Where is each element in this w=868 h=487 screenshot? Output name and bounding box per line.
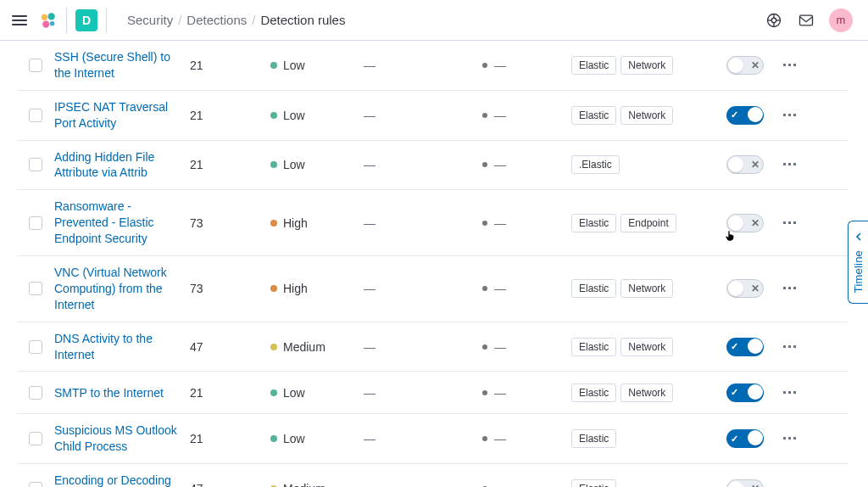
severity-label: Medium [283, 482, 326, 487]
row-actions-button[interactable] [775, 221, 805, 225]
row-actions-button[interactable] [775, 163, 805, 166]
row-actions-button[interactable] [775, 345, 805, 349]
tag-badge[interactable]: Elastic [571, 429, 616, 448]
rule-name-link[interactable]: IPSEC NAT Traversal Port Activity [54, 100, 168, 130]
svg-rect-15 [788, 114, 791, 116]
last-run-cell: — [364, 432, 482, 445]
tag-badge[interactable]: Elastic [571, 279, 616, 298]
activate-toggle[interactable]: ✓✕ [726, 279, 764, 298]
rule-name-link[interactable]: DNS Activity to the Internet [54, 332, 153, 361]
svg-rect-32 [783, 437, 786, 439]
close-icon: ✕ [751, 59, 760, 71]
tag-badge[interactable]: Endpoint [620, 214, 676, 232]
svg-rect-12 [788, 64, 791, 66]
tag-badge[interactable]: Network [620, 338, 673, 356]
row-checkbox[interactable] [29, 158, 42, 171]
last-response-cell: — [482, 482, 571, 487]
row-checkbox[interactable] [29, 109, 42, 122]
row-actions-button[interactable] [775, 287, 805, 290]
last-response-cell: — [482, 432, 571, 445]
severity-dot-icon [270, 285, 277, 292]
row-actions-button[interactable] [775, 64, 805, 67]
rule-name-link[interactable]: SMTP to the Internet [54, 386, 164, 400]
svg-rect-23 [783, 287, 786, 289]
newsfeed-icon[interactable] [797, 11, 815, 30]
app-header: D Security / Detections / Detection rule… [0, 0, 868, 41]
row-actions-button[interactable] [775, 114, 805, 117]
activate-toggle[interactable]: ✓✕ [726, 429, 764, 448]
tags-cell: ElasticEndpoint [571, 214, 715, 232]
activate-toggle[interactable]: ✓✕ [726, 106, 764, 125]
rule-name-link[interactable]: Adding Hidden File Attribute via Attrib [54, 150, 154, 180]
tag-badge[interactable]: Network [620, 383, 673, 402]
row-actions-button[interactable] [775, 391, 805, 395]
tags-cell: Elastic [571, 429, 715, 448]
space-selector[interactable]: D [75, 9, 97, 31]
row-checkbox[interactable] [29, 216, 42, 230]
row-checkbox[interactable] [29, 432, 42, 445]
header-left: D Security / Detections / Detection rule… [8, 8, 345, 33]
row-checkbox[interactable] [29, 59, 42, 72]
severity-dot-icon [270, 161, 277, 168]
user-avatar[interactable]: m [829, 8, 853, 32]
svg-point-5 [771, 18, 776, 23]
tag-badge[interactable]: Elastic [571, 338, 616, 356]
header-divider [66, 8, 67, 33]
tag-badge[interactable]: Network [620, 106, 673, 125]
svg-point-0 [42, 14, 47, 20]
tag-badge[interactable]: Elastic [571, 383, 616, 402]
svg-rect-18 [788, 163, 791, 165]
timeline-flyout-toggle[interactable]: Timeline [848, 221, 868, 304]
severity-cell: High [270, 216, 364, 230]
tag-badge[interactable]: Elastic [571, 214, 616, 232]
activate-toggle[interactable]: ✓✕ [726, 479, 764, 487]
activate-toggle[interactable]: ✓✕ [726, 383, 764, 402]
svg-rect-24 [788, 287, 791, 289]
tag-badge[interactable]: Elastic [571, 106, 616, 125]
activate-toggle[interactable]: ✓✕ [726, 214, 764, 232]
rule-name-link[interactable]: SSH (Secure Shell) to the Internet [54, 50, 170, 80]
tags-cell: ElasticNetwork [571, 383, 715, 402]
close-icon: ✕ [751, 483, 760, 487]
status-dot-icon [482, 221, 487, 226]
activate-toggle[interactable]: ✓✕ [726, 56, 764, 75]
chevron-left-icon [854, 232, 863, 244]
tag-badge[interactable]: Elastic [571, 56, 616, 75]
svg-rect-26 [783, 345, 786, 348]
tag-badge[interactable]: Network [620, 279, 673, 298]
activate-toggle[interactable]: ✓✕ [726, 155, 764, 174]
breadcrumb-detections[interactable]: Detections [186, 13, 247, 27]
elastic-logo-icon[interactable] [39, 11, 58, 30]
severity-dot-icon [270, 389, 277, 396]
row-checkbox[interactable] [29, 340, 42, 354]
tag-badge[interactable]: Elastic [571, 479, 616, 487]
row-checkbox[interactable] [29, 482, 42, 487]
check-icon: ✓ [731, 434, 738, 445]
tag-badge[interactable]: Network [620, 56, 673, 75]
rule-name-link[interactable]: Encoding or Decoding Files via CertUtil [54, 473, 171, 487]
risk-score: 21 [190, 432, 270, 445]
last-run-cell: — [364, 386, 482, 400]
row-checkbox[interactable] [29, 282, 42, 295]
risk-score: 47 [190, 340, 270, 354]
tag-badge[interactable]: .Elastic [571, 155, 620, 174]
status-dot-icon [482, 286, 487, 291]
svg-rect-16 [793, 114, 796, 116]
rule-name-link[interactable]: Ransomware - Prevented - Elastic Endpoin… [54, 199, 154, 245]
svg-rect-28 [793, 345, 796, 348]
rule-name-link[interactable]: Suspicious MS Outlook Child Process [54, 423, 177, 453]
severity-label: High [283, 216, 308, 230]
severity-dot-icon [270, 220, 277, 227]
risk-score: 21 [190, 158, 270, 171]
row-actions-button[interactable] [775, 437, 805, 440]
activate-toggle[interactable]: ✓✕ [726, 338, 764, 356]
row-checkbox[interactable] [29, 386, 42, 400]
menu-toggle-icon[interactable] [8, 12, 31, 29]
help-icon[interactable] [765, 11, 783, 30]
breadcrumb-security[interactable]: Security [127, 13, 173, 27]
rule-name-link[interactable]: VNC (Virtual Network Computing) from the… [54, 266, 167, 311]
svg-rect-27 [788, 345, 791, 348]
table-row: Ransomware - Prevented - Elastic Endpoin… [17, 190, 848, 256]
table-row: SSH (Secure Shell) to the Internet21Low—… [17, 41, 848, 91]
header-divider-2 [106, 8, 107, 33]
